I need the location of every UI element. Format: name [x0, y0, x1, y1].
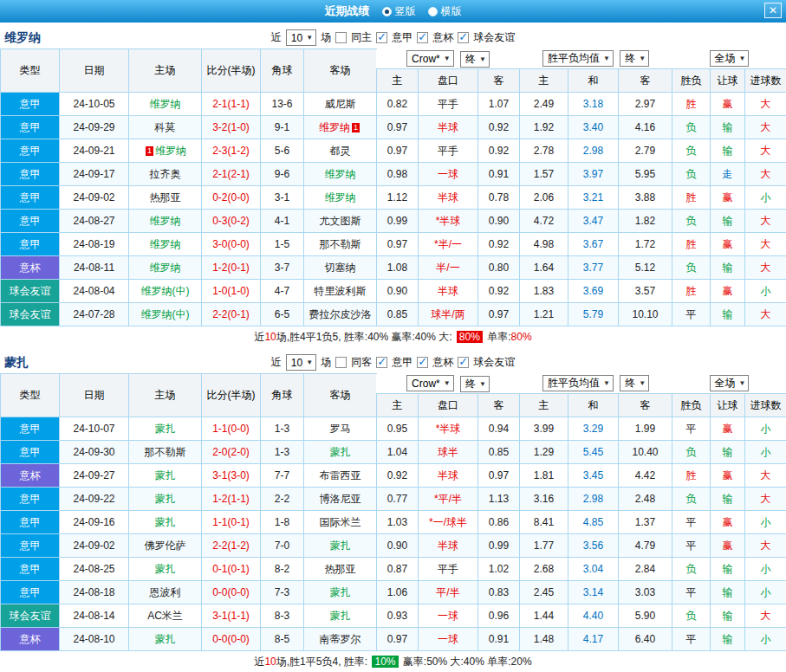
- scope-select[interactable]: 全场 ▼: [710, 375, 750, 391]
- match-row: 意甲24-09-30那不勒斯2-0(2-0)1-3蒙扎1.04球半0.851.2…: [1, 441, 786, 464]
- corners-cell: 1-3: [261, 417, 304, 441]
- results-table: 类型 日期 主场 比分(半场) 角球 客场 Crow* ▼ 终 ▼: [0, 48, 786, 326]
- layout-radio-horizontal[interactable]: 横版: [428, 4, 462, 19]
- handicap-cell: 平手: [419, 139, 478, 163]
- summary-text: 场,胜4平1负5, 胜率:40% 赢率:40% 大:: [276, 330, 455, 345]
- summary-line: 近10场,胜1平5负4, 胜率: 10% 赢率:50% 大:40% 单率:20%: [0, 651, 786, 672]
- bookmaker-select[interactable]: Crow* ▼: [406, 375, 454, 391]
- asia-home-odds-cell: 0.77: [377, 488, 419, 511]
- match-count-select[interactable]: 10 ▼: [286, 354, 316, 371]
- asia-home-odds-cell: 0.97: [377, 233, 419, 256]
- score-cell: 1-1(0-0): [202, 417, 261, 441]
- match-type-cell: 意甲: [1, 417, 60, 441]
- average-odds-select[interactable]: 胜平负均值 ▼: [542, 375, 614, 391]
- avg-home-cell: 4.98: [520, 233, 568, 256]
- handicap-cell: 一球: [419, 628, 478, 651]
- close-button[interactable]: ✕: [764, 3, 782, 18]
- games-label: 场: [321, 355, 331, 370]
- goals-cell: 大: [745, 93, 786, 116]
- league-checkbox-coppa[interactable]: [417, 357, 428, 368]
- result-cell: 负: [672, 163, 711, 186]
- avg-home-cell: 1.57: [520, 163, 568, 186]
- goals-cell: 小: [745, 441, 786, 464]
- average-odds-select[interactable]: 胜平负均值 ▼: [542, 50, 614, 67]
- league-checkbox-friendly[interactable]: [458, 357, 469, 368]
- col-result: 胜负: [672, 69, 711, 93]
- same-venue-checkbox[interactable]: [335, 357, 347, 368]
- handicap-result-cell: 输: [711, 139, 745, 163]
- col-score: 比分(半场): [202, 49, 261, 93]
- final-average-select[interactable]: 终 ▼: [620, 50, 649, 67]
- score-cell: 2-1(2-1): [202, 163, 261, 186]
- match-date-cell: 24-10-05: [60, 93, 129, 116]
- col-avg-home: 主: [520, 394, 568, 417]
- handicap-result-cell: 输: [711, 210, 745, 233]
- final-odds-select[interactable]: 终 ▼: [460, 51, 490, 68]
- asia-away-odds-cell: 0.78: [478, 186, 520, 210]
- match-date-cell: 24-08-04: [60, 280, 129, 303]
- chevron-down-icon: ▼: [639, 55, 646, 62]
- team-label: 南蒂罗尔: [320, 633, 361, 645]
- match-date-cell: 24-09-17: [60, 163, 129, 186]
- avg-away-cell: 1.72: [619, 233, 672, 256]
- final-odds-select[interactable]: 终 ▼: [460, 376, 490, 392]
- team-section-verona: 维罗纳 近 10 ▼ 场 同主 意甲 意杯 球会友谊 类型: [0, 27, 786, 347]
- match-type-cell: 意杯: [1, 464, 60, 488]
- asia-away-odds-cell: 0.92: [478, 116, 520, 139]
- col-corner: 角球: [261, 49, 304, 93]
- goals-cell: 大: [745, 604, 786, 628]
- match-row: 意甲24-10-07蒙扎1-1(0-0)1-3罗马0.95*半球0.943.99…: [1, 417, 786, 441]
- match-row: 意甲24-08-18恩波利0-0(0-0)7-3蒙扎1.06平/半0.832.4…: [1, 581, 786, 604]
- header-controls-row: 类型 日期 主场 比分(半场) 角球 客场 Crow* ▼ 终 ▼: [1, 374, 786, 394]
- asia-home-odds-cell: 0.97: [377, 139, 419, 163]
- avg-away-cell: 5.95: [619, 163, 672, 186]
- asia-home-odds-cell: 1.06: [377, 581, 419, 604]
- league-checkbox-friendly[interactable]: [458, 32, 469, 43]
- handicap-cell: 半球: [419, 280, 478, 303]
- home-team-cell: 蒙扎: [129, 511, 202, 534]
- league-checkbox-coppa[interactable]: [417, 32, 428, 43]
- final-average-select-value: 终: [625, 51, 635, 66]
- goals-cell: 大: [745, 139, 786, 163]
- match-date-cell: 24-09-02: [60, 186, 129, 210]
- league-label-seriea: 意甲: [392, 355, 412, 370]
- match-date-cell: 24-09-22: [60, 488, 129, 511]
- col-handicap-result: 让球: [711, 69, 745, 93]
- away-team-cell: 蒙扎: [304, 441, 377, 464]
- away-team-cell: 都灵: [304, 139, 377, 163]
- match-count-select[interactable]: 10 ▼: [286, 29, 316, 46]
- bookmaker-select[interactable]: Crow* ▼: [406, 50, 454, 67]
- chevron-down-icon: ▼: [603, 379, 610, 387]
- match-date-cell: 24-09-02: [60, 534, 129, 558]
- asia-home-odds-cell: 0.92: [377, 464, 419, 488]
- match-type-cell: 球会友谊: [1, 303, 60, 326]
- same-venue-checkbox[interactable]: [335, 32, 347, 43]
- home-team-cell: 蒙扎: [129, 417, 202, 441]
- avg-home-cell: 1.64: [520, 256, 568, 280]
- team-label: 切塞纳: [325, 262, 356, 274]
- team-label: 蒙扎: [330, 446, 351, 458]
- match-row: 意杯24-08-11维罗纳1-2(0-1)3-7切塞纳1.08半/一0.801.…: [1, 256, 786, 280]
- league-checkbox-seriea[interactable]: [376, 32, 387, 43]
- away-team-cell: 维罗纳1: [304, 116, 377, 139]
- match-type-cell: 意甲: [1, 441, 60, 464]
- handicap-result-cell: 赢: [711, 511, 745, 534]
- asia-home-odds-cell: 1.12: [377, 186, 419, 210]
- rank-badge: 1: [146, 146, 153, 156]
- final-average-select[interactable]: 终 ▼: [620, 375, 649, 391]
- goals-cell: 大: [745, 488, 786, 511]
- same-venue-label: 同客: [351, 355, 372, 370]
- league-label-friendly: 球会友谊: [473, 30, 515, 45]
- scope-select[interactable]: 全场 ▼: [710, 50, 750, 67]
- layout-radio-vertical[interactable]: 竖版: [382, 4, 416, 19]
- handicap-cell: 平手: [419, 558, 478, 581]
- asia-away-odds-cell: 1.02: [478, 558, 520, 581]
- avg-home-cell: 3.99: [520, 417, 568, 441]
- away-team-cell: 那不勒斯: [304, 233, 377, 256]
- match-type-cell: 意甲: [1, 511, 60, 534]
- league-checkbox-seriea[interactable]: [376, 357, 387, 368]
- corners-cell: 3-7: [261, 256, 304, 280]
- avg-home-cell: 1.48: [520, 628, 568, 651]
- scope-select-value: 全场: [715, 376, 736, 391]
- corners-cell: 7-7: [261, 464, 304, 488]
